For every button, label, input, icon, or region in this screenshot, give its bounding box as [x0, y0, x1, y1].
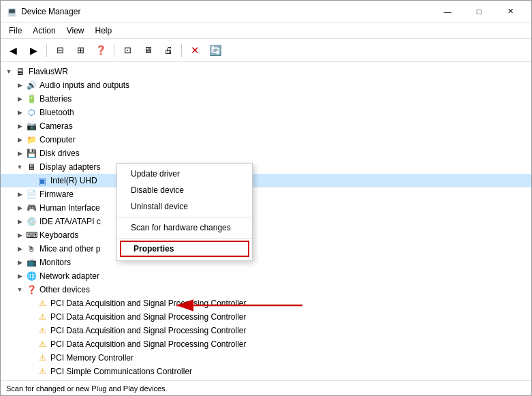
toolbar-back[interactable]: ◀	[3, 42, 22, 59]
mice-label: Mice and other p	[40, 244, 100, 254]
tree-item-pcisimple[interactable]: PCI Simple Communications Controller	[1, 365, 531, 378]
tree-item-pcimem[interactable]: PCI Memory Controller	[1, 351, 531, 365]
toolbar-sep3	[181, 44, 182, 57]
ctx-update-driver[interactable]: Update driver	[117, 166, 252, 182]
tree-item-disk[interactable]: ▶ Disk drives	[1, 147, 531, 160]
keyboards-icon	[25, 229, 37, 241]
tree-item-hid[interactable]: ▶ Human Interface	[1, 201, 531, 215]
display-icon	[25, 161, 37, 173]
pci3-label: PCI Data Acquisition and Signal Processi…	[50, 326, 246, 335]
disk-label: Disk drives	[40, 149, 80, 158]
tree-item-bluetooth[interactable]: ▶ Bluetooth	[1, 106, 531, 119]
pci3-icon	[36, 324, 48, 337]
toolbar-print[interactable]: 🖨	[159, 42, 178, 59]
toolbar-properties[interactable]: ⊟	[50, 42, 69, 59]
intel-expander	[25, 175, 36, 186]
monitors-icon	[25, 256, 37, 269]
cameras-expander: ▶	[14, 121, 25, 132]
ide-icon	[25, 215, 37, 228]
window-title: Device Manager	[21, 7, 432, 16]
root-icon: 🖥	[14, 65, 27, 78]
tree-item-pci4[interactable]: PCI Data Acquisition and Signal Processi…	[1, 337, 531, 351]
toolbar: ◀ ▶ ⊟ ⊞ ❓ ⊡ 🖥 🖨 ✕ 🔄	[1, 39, 531, 62]
tree-item-network[interactable]: ▶ Network adapter	[1, 269, 531, 283]
pcimem-icon	[36, 352, 48, 364]
mice-icon	[25, 243, 37, 255]
intel-icon	[36, 174, 48, 187]
tree-item-pci1[interactable]: PCI Data Acquisition and Signal Processi…	[1, 296, 531, 310]
ide-expander: ▶	[14, 216, 25, 227]
root-expander: ▼	[3, 66, 14, 77]
ide-label: IDE ATA/ATAPI c	[40, 217, 101, 226]
tree-item-mice[interactable]: ▶ Mice and other p	[1, 242, 531, 256]
tree-root[interactable]: ▼ 🖥 FlaviusWR	[1, 65, 531, 78]
ctx-properties[interactable]: Properties	[120, 241, 249, 257]
root-label: FlaviusWR	[29, 67, 68, 76]
status-text: Scan for changed or new Plug and Play de…	[6, 384, 168, 393]
ctx-uninstall-device[interactable]: Uninstall device	[117, 198, 252, 215]
smbus-icon	[36, 379, 48, 380]
tree-item-ide[interactable]: ▶ IDE ATA/ATAPI c	[1, 215, 531, 228]
toolbar-update[interactable]: ⊞	[71, 42, 90, 59]
tree-item-smbus[interactable]: SM Bus Controller	[1, 378, 531, 380]
keyboards-expander: ▶	[14, 230, 25, 241]
display-expander: ▼	[14, 162, 25, 172]
ctx-disable-device[interactable]: Disable device	[117, 182, 252, 198]
cameras-icon	[25, 120, 37, 132]
toolbar-scan[interactable]: ⊡	[118, 42, 137, 59]
disk-icon	[25, 147, 37, 159]
toolbar-refresh[interactable]: 🔄	[206, 42, 225, 59]
keyboards-label: Keyboards	[40, 230, 78, 240]
title-bar: 💻 Device Manager — □ ✕	[1, 1, 531, 22]
tree-item-batteries[interactable]: ▶ Batteries	[1, 92, 531, 106]
intel-label: Intel(R) UHD	[50, 176, 97, 185]
hid-label: Human Interface	[40, 203, 100, 213]
computer-label: Computer	[40, 135, 76, 144]
tree-item-display[interactable]: ▼ Display adapters	[1, 160, 531, 174]
toolbar-forward[interactable]: ▶	[24, 42, 43, 59]
pci1-label: PCI Data Acquisition and Signal Processi…	[50, 299, 246, 308]
pci4-label: PCI Data Acquisition and Signal Processi…	[50, 339, 246, 349]
tree-item-audio[interactable]: ▶ Audio inputs and outputs	[1, 78, 531, 92]
tree-item-monitors[interactable]: ▶ Monitors	[1, 256, 531, 269]
tree-item-keyboards[interactable]: ▶ Keyboards	[1, 228, 531, 242]
tree-item-cameras[interactable]: ▶ Cameras	[1, 119, 531, 133]
monitors-expander: ▶	[14, 257, 25, 268]
hid-icon	[25, 202, 37, 214]
toolbar-help[interactable]: ❓	[91, 42, 110, 59]
tree-item-other[interactable]: ▼ Other devices	[1, 283, 531, 296]
minimize-button[interactable]: —	[432, 1, 463, 22]
menu-view[interactable]: View	[61, 25, 90, 37]
status-bar: Scan for changed or new Plug and Play de…	[1, 380, 531, 395]
context-menu: Update driver Disable device Uninstall d…	[116, 163, 253, 261]
toolbar-remove[interactable]: ✕	[185, 42, 204, 59]
toolbar-display[interactable]: 🖥	[138, 42, 157, 59]
tree-item-pci2[interactable]: PCI Data Acquisition and Signal Processi…	[1, 310, 531, 324]
ctx-scan-hardware[interactable]: Scan for hardware changes	[117, 219, 252, 236]
firmware-icon	[25, 188, 37, 200]
mice-expander: ▶	[14, 243, 25, 254]
menu-file[interactable]: File	[3, 25, 27, 37]
other-expander: ▼	[14, 284, 25, 295]
tree-item-computer[interactable]: ▶ Computer	[1, 133, 531, 147]
audio-icon	[25, 79, 37, 91]
tree-item-intel-uhd[interactable]: Intel(R) UHD	[1, 174, 531, 187]
tree-item-firmware[interactable]: ▶ Firmware	[1, 187, 531, 201]
pci4-icon	[36, 338, 48, 350]
cameras-label: Cameras	[40, 121, 73, 131]
pci2-label: PCI Data Acquisition and Signal Processi…	[50, 312, 246, 322]
menu-bar: File Action View Help	[1, 22, 531, 39]
other-label: Other devices	[40, 285, 90, 294]
device-tree[interactable]: ▼ 🖥 FlaviusWR ▶ Audio inputs and outputs…	[1, 62, 531, 380]
firmware-expander: ▶	[14, 189, 25, 200]
menu-action[interactable]: Action	[27, 25, 61, 37]
audio-expander: ▶	[14, 80, 25, 91]
ctx-sep2	[117, 238, 252, 239]
window-controls: — □ ✕	[432, 1, 526, 22]
ctx-sep1	[117, 217, 252, 217]
menu-help[interactable]: Help	[90, 25, 118, 37]
close-button[interactable]: ✕	[495, 1, 526, 22]
maximize-button[interactable]: □	[463, 1, 495, 22]
toolbar-sep2	[114, 44, 114, 57]
tree-item-pci3[interactable]: PCI Data Acquisition and Signal Processi…	[1, 324, 531, 337]
